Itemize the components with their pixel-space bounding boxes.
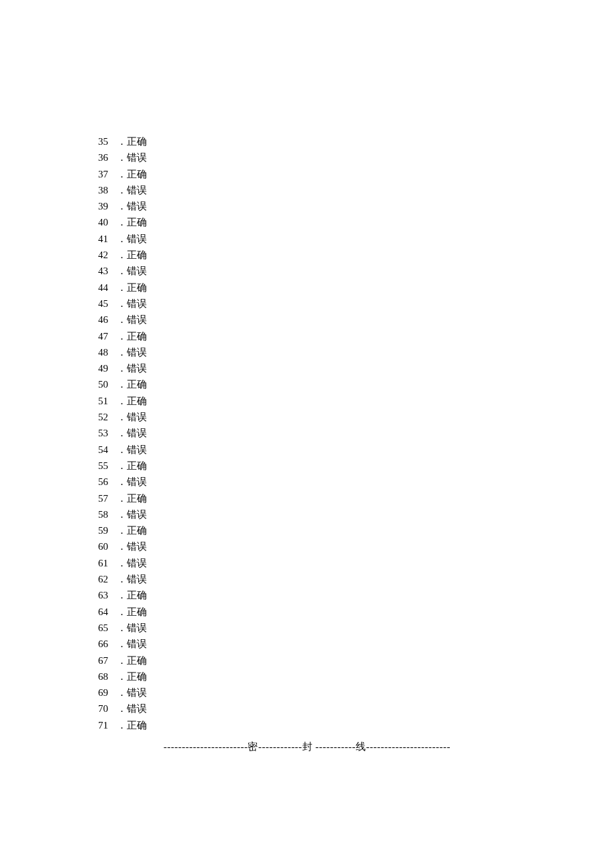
separator: ． xyxy=(117,136,127,147)
answer-row: 44．正确 xyxy=(98,280,525,296)
answer-number: 70 xyxy=(98,701,117,717)
answer-number: 58 xyxy=(98,506,117,522)
answer-number: 37 xyxy=(98,166,117,182)
answer-number: 41 xyxy=(98,231,117,247)
answer-text: 错误 xyxy=(127,314,147,325)
answer-row: 57．正确 xyxy=(98,490,525,506)
answer-text: 错误 xyxy=(127,444,147,455)
answer-number: 64 xyxy=(98,604,117,620)
separator: ． xyxy=(117,201,127,211)
answer-number: 35 xyxy=(98,133,117,149)
answer-row: 58．错误 xyxy=(98,506,525,522)
answer-number: 38 xyxy=(98,182,117,198)
separator: ． xyxy=(117,720,127,731)
answer-text: 错误 xyxy=(127,347,147,358)
answer-number: 48 xyxy=(98,344,117,360)
answer-row: 45．错误 xyxy=(98,296,525,312)
separator: ． xyxy=(117,476,127,487)
separator: ． xyxy=(117,638,127,649)
answer-number: 66 xyxy=(98,636,117,652)
answer-text: 错误 xyxy=(127,687,147,698)
answer-row: 63．正确 xyxy=(98,587,525,603)
separator: ． xyxy=(117,331,127,342)
answer-row: 71．正确 xyxy=(98,717,525,733)
separator: ． xyxy=(117,298,127,309)
answer-text: 正确 xyxy=(127,379,147,390)
answer-text: 错误 xyxy=(127,703,147,714)
answer-text: 错误 xyxy=(127,509,147,520)
answer-text: 正确 xyxy=(127,590,147,600)
answer-number: 68 xyxy=(98,669,117,685)
separator: ． xyxy=(117,169,127,179)
answer-text: 错误 xyxy=(127,574,147,584)
answer-number: 55 xyxy=(98,458,117,474)
answer-number: 61 xyxy=(98,555,117,571)
answer-text: 错误 xyxy=(127,266,147,276)
answer-number: 69 xyxy=(98,685,117,701)
answer-number: 51 xyxy=(98,393,117,409)
answer-row: 46．错误 xyxy=(98,312,525,328)
answer-number: 42 xyxy=(98,247,117,263)
answer-row: 53．错误 xyxy=(98,425,525,441)
answer-row: 64．正确 xyxy=(98,604,525,620)
answer-row: 41．错误 xyxy=(98,231,525,247)
answer-text: 正确 xyxy=(127,671,147,682)
answer-number: 40 xyxy=(98,214,117,230)
answer-row: 65．错误 xyxy=(98,620,525,636)
answer-number: 49 xyxy=(98,360,117,376)
separator: ． xyxy=(117,703,127,714)
separator: ． xyxy=(117,574,127,584)
answer-row: 50．正确 xyxy=(98,376,525,392)
answer-row: 37．正确 xyxy=(98,166,525,182)
answer-number: 63 xyxy=(98,587,117,603)
answer-number: 62 xyxy=(98,571,117,587)
answer-text: 正确 xyxy=(127,217,147,228)
answer-number: 43 xyxy=(98,263,117,279)
answer-row: 54．错误 xyxy=(98,442,525,458)
separator: ． xyxy=(117,234,127,244)
answer-row: 49．错误 xyxy=(98,360,525,376)
answer-row: 55．正确 xyxy=(98,458,525,474)
answer-number: 45 xyxy=(98,296,117,312)
separator: ． xyxy=(117,460,127,471)
answer-text: 正确 xyxy=(127,493,147,504)
answer-row: 69．错误 xyxy=(98,685,525,701)
answer-row: 62．错误 xyxy=(98,571,525,587)
answer-text: 错误 xyxy=(127,541,147,552)
separator: ． xyxy=(117,671,127,682)
answer-row: 60．错误 xyxy=(98,538,525,554)
answer-number: 59 xyxy=(98,522,117,538)
answer-row: 38．错误 xyxy=(98,182,525,198)
answer-row: 61．错误 xyxy=(98,555,525,571)
answer-row: 35．正确 xyxy=(98,133,525,149)
answer-number: 46 xyxy=(98,312,117,328)
answer-row: 39．错误 xyxy=(98,198,525,214)
answer-row: 47．正确 xyxy=(98,328,525,344)
answer-text: 错误 xyxy=(127,234,147,244)
answer-number: 65 xyxy=(98,620,117,636)
answer-row: 59．正确 xyxy=(98,522,525,538)
answer-text: 错误 xyxy=(127,185,147,195)
answer-text: 错误 xyxy=(127,476,147,487)
separator: ． xyxy=(117,509,127,520)
answer-text: 正确 xyxy=(127,169,147,179)
separator: ． xyxy=(117,541,127,552)
answer-row: 48．错误 xyxy=(98,344,525,360)
answer-text: 正确 xyxy=(127,136,147,147)
answer-row: 66．错误 xyxy=(98,636,525,652)
seal-line: -----------------------密------------封 --… xyxy=(0,741,614,753)
separator: ． xyxy=(117,314,127,325)
answer-number: 50 xyxy=(98,376,117,392)
answer-text: 正确 xyxy=(127,606,147,617)
answer-number: 36 xyxy=(98,149,117,165)
separator: ． xyxy=(117,379,127,390)
answer-number: 44 xyxy=(98,280,117,296)
answer-row: 52．错误 xyxy=(98,409,525,425)
separator: ． xyxy=(117,250,127,260)
separator: ． xyxy=(117,185,127,195)
separator: ． xyxy=(117,622,127,633)
answer-text: 错误 xyxy=(127,622,147,633)
answer-text: 正确 xyxy=(127,460,147,471)
answer-row: 36．错误 xyxy=(98,149,525,165)
answer-text: 错误 xyxy=(127,201,147,211)
